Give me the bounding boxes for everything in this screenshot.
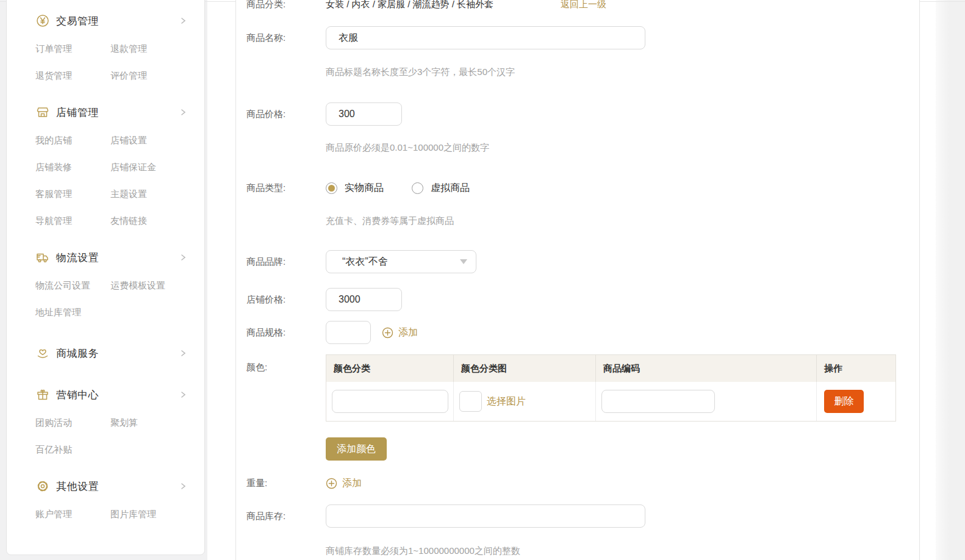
shop-price-input[interactable]: [326, 288, 402, 311]
radio-virtual-product[interactable]: 虚拟商品: [412, 182, 470, 195]
plus-circle-icon: [382, 327, 393, 339]
stock-row: 商品库存:: [246, 504, 919, 528]
add-spec-label: 添加: [398, 326, 418, 339]
sidebar-item-order-management[interactable]: 订单管理: [35, 41, 110, 56]
add-weight-link[interactable]: 添加: [326, 477, 362, 490]
sidebar-item-billion-subsidy[interactable]: 百亿补贴: [35, 442, 110, 457]
sidebar-section-shop: 店铺管理 我的店铺 店铺设置 店铺装修 店铺保证金 客服管理 主题设置 导航管理…: [35, 104, 187, 228]
sidebar-item-shop-settings[interactable]: 店铺设置: [110, 133, 187, 148]
truck-icon: [35, 250, 50, 265]
category-label: 商品分类:: [246, 0, 326, 10]
spec-label: 商品规格:: [246, 327, 326, 339]
brand-select[interactable]: “衣衣”不舍: [326, 250, 476, 273]
product-type-radio-group: 实物商品 虚拟商品: [326, 181, 470, 195]
color-table-row: 选择图片 删除: [326, 382, 895, 421]
add-color-button[interactable]: 添加颜色: [326, 437, 387, 461]
right-gutter: [936, 0, 965, 560]
color-table: 颜色分类 颜色分类图 商品编码 操作 选择图片: [326, 354, 896, 422]
column-header-actions: 操作: [817, 355, 895, 382]
add-spec-link[interactable]: 添加: [382, 326, 418, 339]
radio-label: 实物商品: [345, 182, 384, 195]
chevron-right-icon: [179, 482, 187, 490]
sidebar-item-shop-management[interactable]: 店铺管理: [35, 104, 187, 120]
sidebar-item-label: 营销中心: [56, 388, 179, 402]
sidebar-item-freight-template-settings[interactable]: 运费模板设置: [110, 278, 187, 293]
color-image-cell: 选择图片: [454, 382, 596, 421]
sidebar-item-marketing-center[interactable]: 营销中心: [35, 387, 187, 403]
sidebar-item-mall-service[interactable]: 商城服务: [35, 345, 187, 361]
sidebar-item-label: 物流设置: [56, 251, 179, 265]
yuan-icon: [35, 13, 50, 28]
sidebar: 交易管理 订单管理 退款管理 退货管理 评价管理 店: [6, 0, 205, 555]
weight-row: 重量: 添加: [246, 476, 919, 490]
sidebar-sublist: 订单管理 退款管理 退货管理 评价管理: [35, 41, 187, 83]
sidebar-item-refund-management[interactable]: 退款管理: [110, 41, 187, 56]
sidebar-item-shop-decoration[interactable]: 店铺装修: [35, 160, 110, 174]
sidebar-item-logistics-settings[interactable]: 物流设置: [35, 249, 187, 265]
sidebar-item-juhuasuan[interactable]: 聚划算: [110, 415, 187, 430]
product-name-input[interactable]: [326, 26, 645, 49]
shop-price-label: 店铺价格:: [246, 294, 326, 306]
service-icon: [35, 346, 50, 361]
spec-row: 商品规格: 添加: [246, 321, 919, 344]
sidebar-item-trade-management[interactable]: 交易管理: [35, 13, 187, 29]
choose-image-link[interactable]: 选择图片: [487, 395, 526, 408]
brand-label: 商品品牌:: [246, 256, 326, 268]
sidebar-item-return-management[interactable]: 退货管理: [35, 68, 110, 83]
stock-label: 商品库存:: [246, 511, 326, 522]
sidebar-item-navigation-management[interactable]: 导航管理: [35, 214, 110, 228]
chevron-right-icon: [179, 253, 187, 262]
column-header-product-code: 商品编码: [596, 355, 817, 382]
stock-hint: 商铺库存数量必须为1~10000000000之间的整数: [326, 545, 919, 557]
sidebar-item-customer-service[interactable]: 客服管理: [35, 187, 110, 201]
back-to-parent-link[interactable]: 返回上一级: [561, 0, 606, 10]
product-code-input[interactable]: [601, 390, 715, 413]
spec-input[interactable]: [326, 321, 371, 344]
chevron-right-icon: [179, 16, 187, 25]
radio-selected-icon: [326, 182, 337, 194]
sidebar-section-logistics: 物流设置 物流公司设置 运费模板设置 地址库管理: [35, 249, 187, 320]
product-code-cell: [596, 382, 817, 421]
radio-physical-product[interactable]: 实物商品: [326, 182, 384, 195]
gear-icon: [35, 479, 50, 494]
brand-row: 商品品牌: “衣衣”不舍: [246, 250, 919, 273]
column-header-color-image: 颜色分类图: [454, 355, 596, 382]
sidebar-item-label: 商城服务: [56, 346, 179, 361]
sidebar-item-label: 交易管理: [56, 14, 179, 28]
name-label: 商品名称:: [246, 32, 326, 44]
price-hint: 商品原价必须是0.01~100000之间的数字: [326, 142, 919, 154]
plus-circle-icon: [326, 478, 337, 489]
column-header-color-name: 颜色分类: [326, 355, 454, 382]
type-label: 商品类型:: [246, 182, 326, 194]
chevron-right-icon: [179, 390, 187, 399]
sidebar-item-theme-settings[interactable]: 主题设置: [110, 187, 187, 201]
price-row: 商品价格:: [246, 102, 919, 126]
sidebar-section-marketing: 营销中心 团购活动 聚划算 百亿补贴: [35, 387, 187, 457]
sidebar-sublist: 账户管理 图片库管理: [35, 507, 187, 522]
stock-input[interactable]: [326, 504, 645, 528]
weight-label: 重量:: [246, 478, 326, 489]
color-label: 颜色:: [246, 354, 326, 373]
sidebar-item-logistics-company-settings[interactable]: 物流公司设置: [35, 278, 110, 293]
sidebar-item-address-library[interactable]: 地址库管理: [35, 305, 110, 320]
gift-icon: [35, 387, 50, 402]
delete-color-button[interactable]: 删除: [824, 390, 864, 413]
sidebar-item-my-shop[interactable]: 我的店铺: [35, 133, 110, 148]
sidebar-item-review-management[interactable]: 评价管理: [110, 68, 187, 83]
sidebar-item-image-library[interactable]: 图片库管理: [110, 507, 187, 522]
radio-label: 虚拟商品: [431, 182, 470, 195]
color-name-cell: [326, 382, 454, 421]
category-row: 商品分类: 女装 / 内衣 / 家居服 / 潮流趋势 / 长袖外套 返回上一级: [246, 0, 919, 10]
product-edit-form: 商品分类: 女装 / 内衣 / 家居服 / 潮流趋势 / 长袖外套 返回上一级 …: [235, 0, 920, 560]
sidebar-sublist: 团购活动 聚划算 百亿补贴: [35, 415, 187, 457]
sidebar-item-shop-deposit[interactable]: 店铺保证金: [110, 160, 187, 174]
sidebar-sublist: 物流公司设置 运费模板设置 地址库管理: [35, 278, 187, 320]
sidebar-item-account-management[interactable]: 账户管理: [35, 507, 110, 522]
sidebar-item-other-settings[interactable]: 其他设置: [35, 478, 187, 494]
product-price-input[interactable]: [326, 102, 402, 126]
color-name-input[interactable]: [332, 390, 448, 413]
sidebar-item-group-buy[interactable]: 团购活动: [35, 415, 110, 430]
image-placeholder-box[interactable]: [459, 391, 482, 412]
sidebar-item-friend-links[interactable]: 友情链接: [110, 214, 187, 228]
type-row: 商品类型: 实物商品 虚拟商品: [246, 181, 919, 195]
